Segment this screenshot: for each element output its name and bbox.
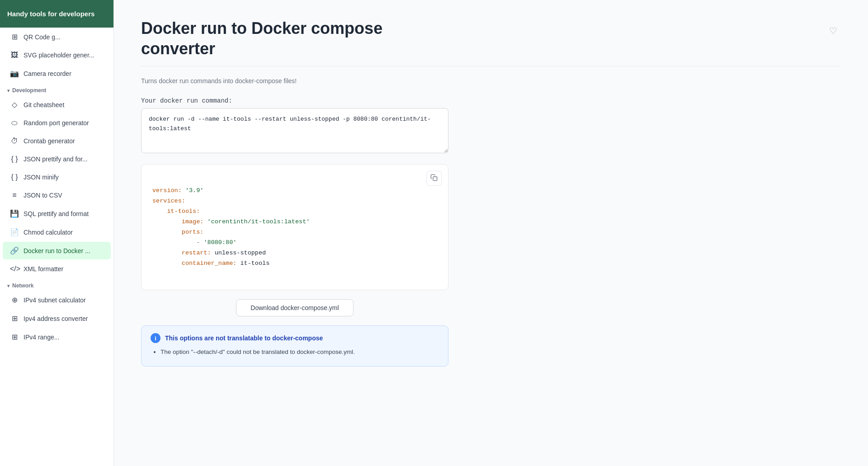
- chevron-down-icon: ▾: [7, 88, 9, 93]
- input-section: Your docker run command:: [141, 97, 841, 155]
- sidebar-item-label: JSON to CSV: [24, 192, 62, 199]
- section-development[interactable]: ▾ Development: [0, 83, 113, 95]
- sidebar-item-label: SQL prettify and format: [24, 210, 89, 217]
- sidebar-item-label: QR Code g...: [24, 33, 61, 41]
- list-icon: ≡: [10, 191, 19, 199]
- port-icon: ⬭: [10, 119, 19, 127]
- copy-button[interactable]: [426, 171, 442, 186]
- page-title: Docker run to Docker compose converter: [141, 18, 448, 59]
- sidebar-item-label: SVG placeholder gener...: [24, 52, 94, 59]
- git-icon: ◇: [10, 100, 19, 109]
- svg-rect-0: [433, 177, 437, 181]
- sidebar-item-label: Ipv4 address converter: [24, 315, 88, 322]
- sidebar-item-crontab[interactable]: ⏱ Crontab generator: [3, 132, 111, 150]
- xml-icon: </>: [10, 265, 19, 273]
- chevron-down-icon: ▾: [7, 283, 9, 288]
- sidebar-item-camera-recorder[interactable]: 📷 Camera recorder: [3, 65, 111, 82]
- camera-icon: 📷: [10, 69, 19, 78]
- info-icon: i: [151, 333, 160, 343]
- app-title: Handy tools for developers: [0, 0, 113, 28]
- sidebar-item-label: Chmod calculator: [24, 229, 73, 236]
- info-card-header: i This options are not translatable to d…: [151, 333, 439, 343]
- qr-icon: ⊞: [10, 33, 19, 41]
- download-button[interactable]: Download docker-compose.yml: [236, 299, 354, 316]
- sidebar-item-random-port[interactable]: ⬭ Random port generator: [3, 114, 111, 132]
- sidebar-item-ipv4-subnet[interactable]: ⊕ IPv4 subnet calculator: [3, 291, 111, 309]
- favorite-button[interactable]: ♡: [826, 22, 841, 40]
- sidebar-item-git-cheatsheet[interactable]: ◇ Git cheatsheet: [3, 96, 111, 113]
- sidebar-item-docker-run[interactable]: 🔗 Docker run to Docker ...: [3, 242, 111, 259]
- sidebar-item-ipv4-address[interactable]: ⊞ Ipv4 address converter: [3, 310, 111, 327]
- page-subtitle: Turns docker run commands into docker-co…: [141, 77, 841, 85]
- input-label: Your docker run command:: [141, 97, 841, 104]
- sql-icon: 💾: [10, 209, 19, 218]
- sidebar-item-label: IPv4 range...: [24, 334, 59, 341]
- info-list: The option "--detach/-d" could not be tr…: [151, 348, 439, 357]
- page-header: Docker run to Docker compose converter ♡: [141, 0, 841, 66]
- sidebar-item-label: Camera recorder: [24, 70, 71, 77]
- json-minify-icon: { }: [10, 173, 19, 181]
- info-card-title: This options are not translatable to doc…: [165, 334, 323, 342]
- sidebar-item-qr-code[interactable]: ⊞ QR Code g...: [3, 28, 111, 46]
- sidebar-item-json-prettify[interactable]: { } JSON prettify and for...: [3, 151, 111, 168]
- sidebar: Handy tools for developers ⊞ QR Code g..…: [0, 0, 114, 466]
- section-label: Network: [12, 282, 33, 289]
- clock-icon: ⏱: [10, 137, 19, 145]
- sidebar-item-json-minify[interactable]: { } JSON minify: [3, 169, 111, 186]
- json-icon: { }: [10, 155, 19, 163]
- sidebar-item-svg-placeholder[interactable]: 🖼 SVG placeholder gener...: [3, 47, 111, 64]
- output-card: version: '3.9' services: it-tools: image…: [141, 164, 448, 290]
- sidebar-item-label: Git cheatsheet: [24, 101, 64, 108]
- docker-run-input[interactable]: [141, 108, 448, 153]
- docker-icon: 🔗: [10, 246, 19, 255]
- address-icon: ⊞: [10, 314, 19, 323]
- info-card: i This options are not translatable to d…: [141, 325, 448, 366]
- sidebar-item-label: IPv4 subnet calculator: [24, 297, 86, 304]
- info-list-item: The option "--detach/-d" could not be tr…: [160, 348, 439, 357]
- sidebar-item-xml-formatter[interactable]: </> XML formatter: [3, 260, 111, 278]
- sidebar-item-json-csv[interactable]: ≡ JSON to CSV: [3, 187, 111, 204]
- sidebar-item-label: XML formatter: [24, 265, 63, 273]
- output-code: version: '3.9' services: it-tools: image…: [152, 175, 437, 279]
- network-icon: ⊕: [10, 296, 19, 304]
- section-label: Development: [12, 87, 46, 94]
- sidebar-item-label: JSON minify: [24, 174, 59, 181]
- sidebar-item-chmod[interactable]: 📄 Chmod calculator: [3, 223, 111, 241]
- sidebar-item-label: Crontab generator: [24, 137, 75, 145]
- sidebar-item-label: JSON prettify and for...: [24, 155, 88, 163]
- main-content: Docker run to Docker compose converter ♡…: [114, 0, 868, 466]
- sidebar-item-ipv4-range[interactable]: ⊞ IPv4 range...: [3, 328, 111, 346]
- sidebar-item-label: Docker run to Docker ...: [24, 247, 90, 254]
- range-icon: ⊞: [10, 333, 19, 341]
- sidebar-item-label: Random port generator: [24, 119, 89, 127]
- image-icon: 🖼: [10, 51, 19, 59]
- file-icon: 📄: [10, 228, 19, 236]
- section-network[interactable]: ▾ Network: [0, 278, 113, 291]
- sidebar-item-sql[interactable]: 💾 SQL prettify and format: [3, 205, 111, 222]
